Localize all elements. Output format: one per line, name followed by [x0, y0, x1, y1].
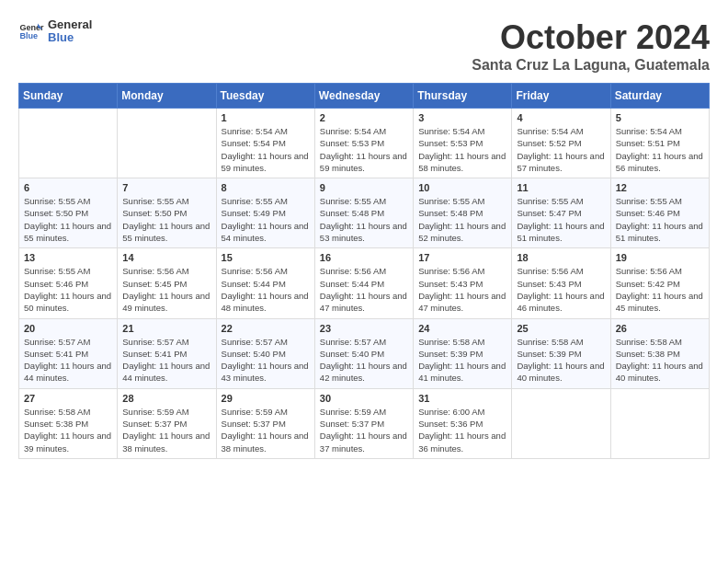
day-number: 17 — [418, 252, 506, 263]
day-number: 25 — [517, 323, 605, 334]
calendar-cell: 28Sunrise: 5:59 AMSunset: 5:37 PMDayligh… — [118, 388, 216, 458]
column-header-tuesday: Tuesday — [216, 84, 314, 109]
day-number: 18 — [517, 252, 605, 263]
day-number: 13 — [24, 252, 112, 263]
day-number: 12 — [616, 182, 704, 193]
cell-details: Sunrise: 5:54 AMSunset: 5:52 PMDaylight:… — [517, 125, 605, 174]
cell-details: Sunrise: 5:56 AMSunset: 5:44 PMDaylight:… — [320, 265, 408, 314]
cell-details: Sunrise: 5:55 AMSunset: 5:49 PMDaylight:… — [222, 195, 310, 244]
title-block: October 2024 Santa Cruz La Laguna, Guate… — [472, 18, 710, 74]
calendar-cell: 2Sunrise: 5:54 AMSunset: 5:53 PMDaylight… — [314, 109, 413, 178]
week-row-1: 1Sunrise: 5:54 AMSunset: 5:54 PMDaylight… — [19, 109, 710, 178]
day-number: 9 — [320, 182, 408, 193]
day-number: 15 — [222, 252, 310, 263]
week-row-3: 13Sunrise: 5:55 AMSunset: 5:46 PMDayligh… — [19, 248, 710, 318]
calendar-cell: 24Sunrise: 5:58 AMSunset: 5:39 PMDayligh… — [414, 318, 512, 388]
day-number: 23 — [320, 323, 408, 334]
calendar-cell: 15Sunrise: 5:56 AMSunset: 5:44 PMDayligh… — [216, 248, 314, 318]
calendar-cell — [512, 388, 610, 458]
calendar-cell: 16Sunrise: 5:56 AMSunset: 5:44 PMDayligh… — [314, 248, 413, 318]
column-header-sunday: Sunday — [19, 84, 118, 109]
cell-details: Sunrise: 5:58 AMSunset: 5:39 PMDaylight:… — [517, 336, 605, 385]
day-number: 29 — [222, 393, 310, 404]
day-number: 3 — [418, 112, 506, 123]
calendar-cell: 18Sunrise: 5:56 AMSunset: 5:43 PMDayligh… — [512, 248, 610, 318]
day-number: 20 — [24, 323, 112, 334]
day-number: 14 — [122, 252, 210, 263]
cell-details: Sunrise: 5:59 AMSunset: 5:37 PMDaylight:… — [222, 406, 310, 454]
cell-details: Sunrise: 5:57 AMSunset: 5:40 PMDaylight:… — [320, 336, 408, 385]
calendar-cell: 10Sunrise: 5:55 AMSunset: 5:48 PMDayligh… — [414, 178, 512, 248]
cell-details: Sunrise: 5:57 AMSunset: 5:41 PMDaylight:… — [122, 336, 210, 385]
cell-details: Sunrise: 5:56 AMSunset: 5:45 PMDaylight:… — [122, 265, 210, 314]
day-number: 11 — [517, 182, 605, 193]
cell-details: Sunrise: 5:55 AMSunset: 5:46 PMDaylight:… — [24, 265, 112, 314]
cell-details: Sunrise: 5:56 AMSunset: 5:43 PMDaylight:… — [517, 265, 605, 314]
day-number: 7 — [122, 182, 210, 193]
calendar-cell: 17Sunrise: 5:56 AMSunset: 5:43 PMDayligh… — [414, 248, 512, 318]
page-header: General Blue General Blue October 2024 S… — [18, 18, 710, 74]
calendar-cell: 1Sunrise: 5:54 AMSunset: 5:54 PMDaylight… — [216, 109, 314, 178]
week-row-4: 20Sunrise: 5:57 AMSunset: 5:41 PMDayligh… — [19, 318, 710, 388]
calendar-cell — [118, 109, 216, 178]
calendar-cell: 29Sunrise: 5:59 AMSunset: 5:37 PMDayligh… — [216, 388, 314, 458]
day-number: 24 — [418, 323, 506, 334]
column-header-wednesday: Wednesday — [314, 84, 413, 109]
calendar-cell: 5Sunrise: 5:54 AMSunset: 5:51 PMDaylight… — [610, 109, 709, 178]
calendar-cell: 7Sunrise: 5:55 AMSunset: 5:50 PMDaylight… — [118, 178, 216, 248]
calendar-cell: 26Sunrise: 5:58 AMSunset: 5:38 PMDayligh… — [610, 318, 709, 388]
day-number: 19 — [616, 252, 704, 263]
day-number: 26 — [616, 323, 704, 334]
cell-details: Sunrise: 5:54 AMSunset: 5:53 PMDaylight:… — [320, 125, 408, 174]
calendar-cell — [19, 109, 118, 178]
cell-details: Sunrise: 5:58 AMSunset: 5:38 PMDaylight:… — [24, 406, 112, 454]
cell-details: Sunrise: 5:54 AMSunset: 5:54 PMDaylight:… — [222, 125, 310, 174]
column-header-monday: Monday — [118, 84, 216, 109]
cell-details: Sunrise: 5:55 AMSunset: 5:50 PMDaylight:… — [24, 195, 112, 244]
day-number: 31 — [418, 393, 506, 404]
calendar-cell: 8Sunrise: 5:55 AMSunset: 5:49 PMDaylight… — [216, 178, 314, 248]
calendar-cell: 31Sunrise: 6:00 AMSunset: 5:36 PMDayligh… — [414, 388, 512, 458]
day-number: 28 — [122, 393, 210, 404]
cell-details: Sunrise: 5:55 AMSunset: 5:48 PMDaylight:… — [418, 195, 506, 244]
column-header-friday: Friday — [512, 84, 610, 109]
cell-details: Sunrise: 5:55 AMSunset: 5:48 PMDaylight:… — [320, 195, 408, 244]
location-title: Santa Cruz La Laguna, Guatemala — [472, 57, 710, 74]
day-number: 5 — [616, 112, 704, 123]
calendar-cell: 19Sunrise: 5:56 AMSunset: 5:42 PMDayligh… — [610, 248, 709, 318]
cell-details: Sunrise: 5:55 AMSunset: 5:46 PMDaylight:… — [616, 195, 704, 244]
calendar-cell: 14Sunrise: 5:56 AMSunset: 5:45 PMDayligh… — [118, 248, 216, 318]
cell-details: Sunrise: 5:59 AMSunset: 5:37 PMDaylight:… — [320, 406, 408, 454]
cell-details: Sunrise: 5:54 AMSunset: 5:53 PMDaylight:… — [418, 125, 506, 174]
cell-details: Sunrise: 5:57 AMSunset: 5:41 PMDaylight:… — [24, 336, 112, 385]
logo-icon: General Blue — [18, 18, 44, 44]
calendar-cell: 30Sunrise: 5:59 AMSunset: 5:37 PMDayligh… — [314, 388, 413, 458]
calendar-cell — [610, 388, 709, 458]
calendar-cell: 25Sunrise: 5:58 AMSunset: 5:39 PMDayligh… — [512, 318, 610, 388]
cell-details: Sunrise: 5:58 AMSunset: 5:39 PMDaylight:… — [418, 336, 506, 385]
month-title: October 2024 — [472, 18, 710, 57]
calendar-table: SundayMondayTuesdayWednesdayThursdayFrid… — [18, 83, 710, 459]
day-number: 30 — [320, 393, 408, 404]
logo-line2: Blue — [48, 31, 92, 44]
cell-details: Sunrise: 6:00 AMSunset: 5:36 PMDaylight:… — [418, 406, 506, 454]
calendar-cell: 3Sunrise: 5:54 AMSunset: 5:53 PMDaylight… — [414, 109, 512, 178]
cell-details: Sunrise: 5:57 AMSunset: 5:40 PMDaylight:… — [222, 336, 310, 385]
calendar-cell: 9Sunrise: 5:55 AMSunset: 5:48 PMDaylight… — [314, 178, 413, 248]
svg-text:Blue: Blue — [19, 32, 38, 41]
cell-details: Sunrise: 5:56 AMSunset: 5:43 PMDaylight:… — [418, 265, 506, 314]
logo: General Blue General Blue — [18, 18, 92, 45]
calendar-cell: 23Sunrise: 5:57 AMSunset: 5:40 PMDayligh… — [314, 318, 413, 388]
cell-details: Sunrise: 5:56 AMSunset: 5:42 PMDaylight:… — [616, 265, 704, 314]
column-header-thursday: Thursday — [414, 84, 512, 109]
logo-line1: General — [48, 18, 92, 31]
calendar-cell: 4Sunrise: 5:54 AMSunset: 5:52 PMDaylight… — [512, 109, 610, 178]
day-number: 21 — [122, 323, 210, 334]
calendar-header-row: SundayMondayTuesdayWednesdayThursdayFrid… — [19, 84, 710, 109]
day-number: 2 — [320, 112, 408, 123]
day-number: 6 — [24, 182, 112, 193]
calendar-cell: 22Sunrise: 5:57 AMSunset: 5:40 PMDayligh… — [216, 318, 314, 388]
calendar-cell: 6Sunrise: 5:55 AMSunset: 5:50 PMDaylight… — [19, 178, 118, 248]
day-number: 8 — [222, 182, 310, 193]
calendar-cell: 11Sunrise: 5:55 AMSunset: 5:47 PMDayligh… — [512, 178, 610, 248]
